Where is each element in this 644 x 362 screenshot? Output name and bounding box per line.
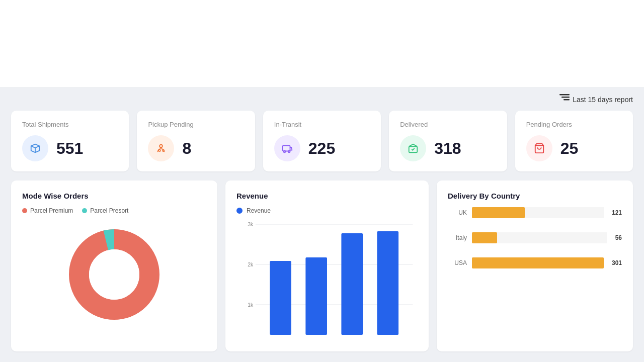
- top-banner: [0, 0, 644, 88]
- stat-title-total-shipments: Total Shipments: [22, 121, 118, 128]
- stat-title-delivered: Delivered: [400, 121, 496, 128]
- stat-body-in-transit: 225: [274, 135, 370, 161]
- revenue-card: Revenue Revenue 3k 2k 1k: [225, 180, 429, 351]
- mode-wise-legend: Parcel Premium Parcel Presort: [22, 207, 206, 214]
- svg-rect-23: [377, 231, 398, 335]
- stat-value-in-transit: 225: [308, 139, 335, 158]
- donut-container: [22, 219, 206, 330]
- stat-title-pending-orders: Pending Orders: [526, 121, 622, 128]
- stat-card-in-transit: In-Transit 225: [263, 111, 381, 171]
- country-row-uk: UK 121: [448, 207, 622, 218]
- stat-icon-pickup-pending: [148, 135, 174, 161]
- stat-body-pickup-pending: 8: [148, 135, 244, 161]
- svg-point-13: [89, 249, 139, 300]
- stat-card-total-shipments: Total Shipments 551: [11, 111, 129, 171]
- country-label-italy: Italy: [448, 234, 467, 241]
- main-content: Last 15 days report Total Shipments 551 …: [0, 88, 644, 362]
- stat-card-pending-orders: Pending Orders 25: [515, 111, 633, 171]
- svg-text:2k: 2k: [248, 261, 254, 267]
- stat-icon-total-shipments: [22, 135, 48, 161]
- svg-rect-0: [559, 94, 570, 96]
- stats-row: Total Shipments 551 Pickup Pending 8 In-…: [11, 111, 633, 171]
- country-label-usa: USA: [448, 259, 467, 266]
- country-bar-wrap-italy: [472, 232, 607, 243]
- revenue-title: Revenue: [236, 192, 418, 200]
- legend-label: Parcel Presort: [90, 207, 128, 214]
- stat-value-pending-orders: 25: [560, 139, 579, 158]
- stat-icon-in-transit: [274, 135, 300, 161]
- legend-dot: [82, 208, 87, 213]
- svg-point-7: [283, 151, 285, 153]
- legend-item-parcel-presort: Parcel Presort: [82, 207, 128, 214]
- country-value-usa: 301: [612, 259, 622, 266]
- svg-rect-2: [564, 99, 570, 101]
- country-row-italy: Italy 56: [448, 232, 622, 243]
- svg-point-8: [288, 151, 290, 153]
- svg-point-3: [160, 145, 163, 148]
- svg-text:1k: 1k: [248, 302, 254, 308]
- report-icon: [559, 94, 570, 105]
- legend-item-parcel-premium: Parcel Premium: [22, 207, 73, 214]
- svg-rect-20: [270, 261, 291, 335]
- bottom-row: Mode Wise Orders Parcel Premium Parcel P…: [11, 180, 633, 351]
- svg-point-4: [163, 150, 165, 152]
- country-bar-usa: [472, 257, 604, 268]
- country-value-italy: 56: [615, 234, 622, 241]
- stat-body-delivered: 318: [400, 135, 496, 161]
- stat-icon-pending-orders: [526, 135, 552, 161]
- revenue-dot: [236, 208, 243, 214]
- stat-value-pickup-pending: 8: [182, 139, 191, 158]
- svg-rect-22: [341, 233, 363, 335]
- delivery-title: Delivery By Country: [448, 192, 622, 200]
- legend-dot: [22, 208, 27, 213]
- country-bar-italy: [472, 232, 497, 243]
- delivery-card: Delivery By Country UK 121 Italy 56 USA …: [437, 180, 633, 351]
- stat-body-pending-orders: 25: [526, 135, 622, 161]
- stat-icon-delivered: [400, 135, 426, 161]
- revenue-bar-area: 3k 2k 1k: [236, 219, 418, 340]
- stat-body-total-shipments: 551: [22, 135, 118, 161]
- mode-wise-title: Mode Wise Orders: [22, 192, 206, 200]
- stat-value-delivered: 318: [434, 139, 461, 158]
- svg-rect-1: [561, 97, 570, 98]
- country-bar-wrap-usa: [472, 257, 604, 268]
- country-label-uk: UK: [448, 209, 467, 216]
- country-bar-wrap-uk: [472, 207, 604, 218]
- stat-card-delivered: Delivered 318: [389, 111, 507, 171]
- report-bar: Last 15 days report: [11, 88, 633, 111]
- stat-card-pickup-pending: Pickup Pending 8: [137, 111, 255, 171]
- stat-value-total-shipments: 551: [56, 139, 83, 158]
- country-value-uk: 121: [612, 209, 622, 216]
- svg-text:3k: 3k: [248, 221, 254, 227]
- legend-label: Parcel Premium: [30, 207, 73, 214]
- report-label: Last 15 days report: [573, 96, 633, 104]
- svg-point-5: [159, 150, 161, 152]
- country-row-usa: USA 301: [448, 257, 622, 268]
- stat-title-in-transit: In-Transit: [274, 121, 370, 128]
- stat-title-pickup-pending: Pickup Pending: [148, 121, 244, 128]
- country-bar-uk: [472, 207, 525, 218]
- mode-wise-card: Mode Wise Orders Parcel Premium Parcel P…: [11, 180, 217, 351]
- revenue-legend: Revenue: [236, 207, 418, 214]
- country-chart: UK 121 Italy 56 USA 301: [448, 207, 622, 268]
- revenue-legend-label: Revenue: [247, 207, 271, 214]
- svg-rect-21: [305, 257, 327, 335]
